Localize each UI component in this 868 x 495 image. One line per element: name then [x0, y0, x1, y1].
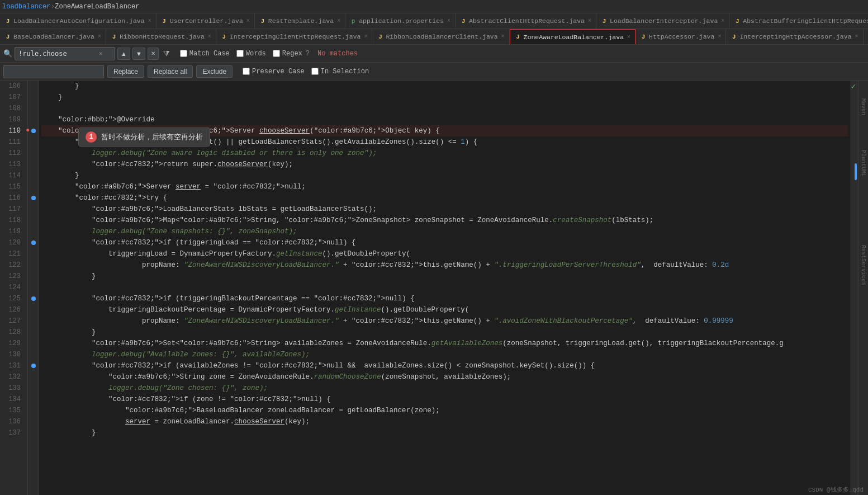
line-number: 130	[4, 349, 23, 360]
tab-label: RestTemplate.java	[268, 17, 334, 25]
tab-close-icon[interactable]: ×	[718, 34, 721, 40]
tab-close-icon[interactable]: ×	[855, 34, 858, 40]
match-case-label: Match Case	[189, 50, 230, 58]
tab-InterceptingClientHttpRequest-java[interactable]: JInterceptingClientHttpRequest.java×	[216, 29, 373, 45]
code-line	[41, 282, 848, 293]
breakpoint-marker	[31, 364, 36, 368]
tab-close-icon[interactable]: ×	[208, 34, 211, 40]
tab-label: RibbonHttpRequest.java	[120, 33, 205, 40]
tab-AbstractBufferingClientHttpRequest-java[interactable]: JAbstractBufferingClientHttpRequest.java…	[729, 13, 868, 29]
code-line: triggeringLoad = DynamicPropertyFactory.…	[41, 248, 848, 260]
replace-button[interactable]: Replace	[107, 65, 144, 78]
scroll-strip[interactable]: ✓	[850, 81, 858, 495]
find-clear-icon[interactable]: ✕	[99, 50, 103, 57]
tab-UserController-java[interactable]: JUserController.java×	[156, 13, 255, 29]
replace-input[interactable]	[7, 68, 86, 76]
code-area: 1061071081091101111121131141151161171181…	[0, 81, 868, 495]
code-text: }	[41, 427, 96, 439]
gutter-line	[28, 226, 39, 237]
tab-HttpAccessor-java[interactable]: JHttpAccessor.java×	[635, 29, 726, 45]
gutter-line: ●	[28, 125, 39, 136]
tab-close-icon[interactable]: ×	[588, 18, 591, 24]
line-number: 109	[4, 114, 23, 125]
tab-LoadBalancerAutoConfiguration-java[interactable]: JLoadBalancerAutoConfiguration.java×	[0, 13, 156, 29]
code-text: "color:#cc7832;">if (zone != "color:#cc7…	[41, 394, 331, 405]
tab-close-icon[interactable]: ×	[246, 18, 250, 24]
line-number: 108	[4, 103, 23, 114]
tab-file-icon: J	[377, 34, 383, 40]
line-number: 119	[4, 226, 23, 237]
line-number: 107	[4, 92, 23, 103]
breadcrumb-project[interactable]: loadbalancer	[2, 3, 50, 11]
line-number: 135	[4, 405, 23, 416]
tab-label: AbstractClientHttpRequest.java	[469, 17, 585, 25]
in-selection-checkbox[interactable]	[311, 68, 319, 75]
code-text: }	[41, 271, 96, 282]
gutter-line	[28, 282, 39, 293]
gutter-line	[28, 237, 39, 248]
code-line: logger.debug("Available zones: {}", avai…	[41, 349, 848, 360]
code-line: }	[41, 427, 848, 439]
code-text: triggeringBlackoutPercentage = DynamicPr…	[41, 304, 469, 315]
tooltip-badge: 1	[86, 131, 97, 143]
tooltip-popup: 1 暂时不做分析，后续有空再分析	[78, 128, 210, 147]
words-option[interactable]: Words	[236, 50, 266, 58]
tab-file-icon: J	[259, 18, 266, 25]
tab-close-icon[interactable]: ×	[337, 18, 340, 24]
prev-match-button[interactable]: ▲	[117, 48, 130, 60]
line-number: 131	[4, 360, 23, 371]
tab-RibbonHttpRequest-java[interactable]: JRibbonHttpRequest.java×	[106, 29, 216, 45]
tab-application-properties[interactable]: papplication.properties×	[345, 13, 456, 29]
gutter-line	[28, 148, 39, 159]
match-case-checkbox[interactable]	[180, 50, 187, 57]
tab-RestTemplate-java[interactable]: JRestTemplate.java×	[255, 13, 345, 29]
line-number: 125	[4, 293, 23, 304]
find-area: 🔍 ✕ ▲ ▼ ✕ ⧩	[3, 47, 170, 60]
replace-all-button[interactable]: Replace all	[148, 65, 193, 78]
code-text: logger.debug("Available zones: {}", avai…	[41, 349, 310, 360]
tab-LoadBalancerInterceptor-java[interactable]: JLoadBalancerInterceptor.java×	[596, 13, 729, 29]
tab-label: RibbonLoadBalancerClient.java	[386, 33, 497, 40]
breadcrumb-file[interactable]: ZoneAwareLoadBalancer	[55, 3, 139, 11]
tooltip-text: 暂时不做分析，后续有空再分析	[101, 132, 203, 142]
tab-label: BaseLoadBalancer.java	[13, 33, 94, 40]
regex-help-icon[interactable]: ?	[306, 50, 310, 58]
tab-AbstractClientHttpRequest-java[interactable]: JAbstractClientHttpRequest.java×	[456, 13, 596, 29]
close-search-button[interactable]: ✕	[148, 48, 159, 60]
tab-RibbonLoadBalancerClient-java[interactable]: JRibbonLoadBalancerClient.java×	[372, 29, 509, 45]
gutter-line	[28, 293, 39, 304]
gutter-line	[28, 114, 39, 125]
find-input[interactable]	[18, 50, 97, 58]
code-text: }	[41, 92, 63, 103]
regex-option[interactable]: Regex ?	[273, 50, 310, 58]
code-line: triggeringBlackoutPercentage = DynamicPr…	[41, 304, 848, 315]
match-case-option[interactable]: Match Case	[180, 50, 230, 58]
tab-close-icon[interactable]: ×	[98, 34, 101, 40]
filter-icon[interactable]: ⧩	[163, 49, 170, 58]
tab-close-icon[interactable]: ×	[364, 34, 367, 40]
words-checkbox[interactable]	[236, 50, 244, 57]
gutter-line	[28, 136, 39, 148]
tab-close-icon[interactable]: ×	[501, 34, 505, 40]
tab-close-icon[interactable]: ×	[447, 18, 450, 24]
preserve-case-option[interactable]: Preserve Case	[243, 68, 305, 76]
in-selection-option[interactable]: In Selection	[311, 68, 369, 76]
regex-checkbox[interactable]	[273, 50, 280, 57]
find-icon: 🔍	[3, 49, 12, 58]
preserve-case-checkbox[interactable]	[243, 68, 250, 75]
next-match-button[interactable]: ▼	[132, 48, 145, 60]
code-line: server = zoneLoadBalancer.chooseServer(k…	[41, 416, 848, 427]
tab-file-icon: J	[4, 18, 11, 25]
tab-ZoneAwareLoadBalancer-java[interactable]: JZoneAwareLoadBalancer.java×	[510, 29, 635, 45]
tab-file-icon: J	[460, 18, 467, 25]
tab-file-icon: J	[640, 34, 647, 40]
tab-close-icon[interactable]: ×	[148, 18, 151, 24]
tab-InterceptingHttpAccessor-java[interactable]: JInterceptingHttpAccessor.java×	[726, 29, 863, 45]
tab-close-icon[interactable]: ×	[627, 34, 630, 40]
gutter-line	[28, 248, 39, 260]
tab-BaseLoadBalancer-java[interactable]: JBaseLoadBalancer.java×	[0, 29, 106, 45]
tab-close-icon[interactable]: ×	[721, 18, 724, 24]
find-input-wrap: ✕	[15, 47, 115, 60]
exclude-button[interactable]: Exclude	[196, 65, 233, 78]
line-number: 136	[4, 416, 23, 427]
